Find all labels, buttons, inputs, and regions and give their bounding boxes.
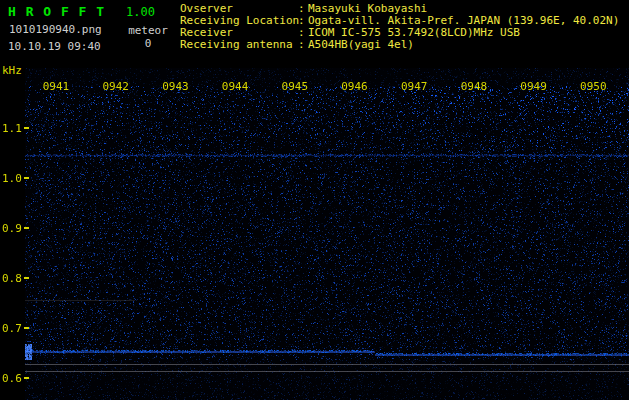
- y-tick-mark: [24, 177, 29, 179]
- x-tick-label: 0949: [518, 80, 550, 93]
- header-info: Ovserver:Masayuki KobayashiReceiving Loc…: [180, 3, 619, 51]
- meteor-counter-value: 0: [124, 37, 172, 50]
- app-version: 1.00: [126, 5, 155, 19]
- x-tick-label: 0942: [100, 80, 132, 93]
- datetime-stamp: 10.10.19 09:40: [8, 40, 101, 53]
- x-tick-label: 0948: [458, 80, 490, 93]
- y-axis-unit-label: kHz: [2, 64, 22, 77]
- y-tick-mark: [24, 127, 29, 129]
- y-tick-label: 1.0: [2, 172, 22, 185]
- output-filename: 1010190940.png: [9, 23, 102, 36]
- y-tick-mark: [24, 377, 29, 379]
- info-label: Receiving antenna: [180, 39, 298, 51]
- y-tick-label: 1.1: [2, 122, 22, 135]
- x-tick-label: 0943: [159, 80, 191, 93]
- app-title: H R O F F T: [8, 4, 105, 19]
- info-row: Receiving antenna:A504HB(yagi 4el): [180, 39, 619, 51]
- info-separator: :: [298, 39, 308, 51]
- meteor-counter-label: meteor: [124, 24, 172, 37]
- y-tick-mark: [24, 227, 29, 229]
- info-value: A504HB(yagi 4el): [308, 38, 414, 51]
- x-tick-label: 0941: [40, 80, 72, 93]
- y-tick-label: 0.6: [2, 372, 22, 385]
- x-tick-label: 0946: [339, 80, 371, 93]
- spectrogram-canvas: [25, 68, 629, 400]
- y-tick-label: 0.8: [2, 272, 22, 285]
- x-tick-label: 0945: [279, 80, 311, 93]
- x-tick-label: 0950: [577, 80, 609, 93]
- y-tick-mark: [24, 277, 29, 279]
- x-tick-label: 0947: [398, 80, 430, 93]
- y-tick-label: 0.9: [2, 222, 22, 235]
- y-tick-label: 0.7: [2, 322, 22, 335]
- y-tick-mark: [24, 327, 29, 329]
- hrofft-window: H R O F F T 1.00 1010190940.png meteor 0…: [0, 0, 629, 400]
- x-tick-label: 0944: [219, 80, 251, 93]
